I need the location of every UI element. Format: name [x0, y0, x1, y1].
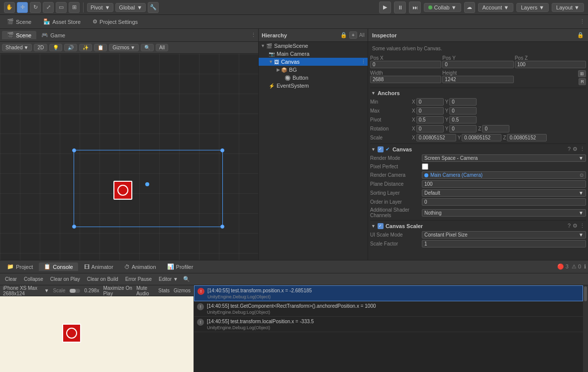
- project-settings-tab[interactable]: ⚙ Project Settings: [89, 17, 142, 26]
- pause-button[interactable]: ⏸: [394, 1, 406, 13]
- panel-more-icon[interactable]: ⋮: [251, 32, 256, 38]
- scale-factor-input[interactable]: [422, 240, 586, 248]
- custom-tool[interactable]: 🔧: [148, 2, 159, 13]
- scene-tab[interactable]: 🎬 Scene: [3, 17, 35, 26]
- plane-distance-input[interactable]: [422, 180, 586, 188]
- ui-scale-mode-dropdown[interactable]: Constant Pixel Size ▼: [422, 231, 586, 239]
- log-item-2[interactable]: ! [14:40:55] test.transform.localPositio…: [194, 317, 583, 332]
- canvas-scaler-check[interactable]: ✓: [378, 223, 384, 229]
- inspector-lock-icon[interactable]: 🔒: [577, 32, 584, 38]
- r-icon[interactable]: R: [579, 78, 586, 85]
- hierarchy-lock-icon[interactable]: 🔒: [340, 32, 347, 38]
- stats-btn[interactable]: Stats: [158, 288, 170, 293]
- clear-btn[interactable]: Clear: [3, 276, 19, 282]
- anchors-section-header[interactable]: ▼ Anchors: [370, 88, 586, 98]
- scaler-more-icon[interactable]: ⋮: [580, 223, 585, 229]
- corner-tr[interactable]: [220, 148, 224, 152]
- anchors-min-x-input[interactable]: [416, 98, 444, 106]
- log-item-1[interactable]: ! [14:40:55] test.GetComponent<RectTrans…: [194, 301, 583, 317]
- corner-bl[interactable]: [72, 225, 76, 229]
- step-button[interactable]: ⏭: [409, 1, 421, 13]
- h-item-canvas[interactable]: ▼ 🖼 Canvas ⋮: [259, 58, 368, 66]
- console-search-icon[interactable]: 🔍: [183, 276, 190, 282]
- height-input[interactable]: [442, 76, 513, 83]
- scale-y-input[interactable]: [462, 134, 501, 141]
- play-button[interactable]: ▶: [379, 1, 391, 13]
- all-label-scene[interactable]: All: [156, 44, 168, 51]
- error-pause-btn[interactable]: Error Pause: [123, 276, 154, 282]
- bg-object[interactable]: [113, 181, 132, 200]
- pivot-y-input[interactable]: [449, 116, 477, 124]
- effects-button[interactable]: ✨: [79, 44, 92, 51]
- scaler-settings-icon[interactable]: ⚙: [573, 223, 578, 229]
- scene-panel-tab[interactable]: 🎬 Scene: [2, 31, 36, 39]
- editor-btn[interactable]: Editor ▼: [157, 276, 180, 282]
- rotate-tool[interactable]: ↻: [30, 2, 41, 13]
- sorting-layer-dropdown[interactable]: Default ▼: [422, 189, 586, 197]
- scale-tool[interactable]: ⤢: [43, 2, 54, 13]
- h-item-button[interactable]: 🔘 Button: [259, 74, 368, 82]
- blueprint-icon[interactable]: ⊞: [578, 70, 586, 77]
- clear-on-build-btn[interactable]: Clear on Build: [85, 276, 120, 282]
- width-input[interactable]: [370, 76, 441, 83]
- anchors-max-y-input[interactable]: [449, 107, 477, 115]
- anchors-max-x-input[interactable]: [416, 107, 444, 115]
- order-in-layer-input[interactable]: [422, 198, 586, 206]
- console-tab[interactable]: 📋 Console: [39, 262, 78, 271]
- cloud-button[interactable]: ☁: [464, 2, 475, 13]
- animation-tab[interactable]: ⏱ Animation: [119, 263, 161, 271]
- pivot-x-input[interactable]: [416, 116, 444, 124]
- scale-slider[interactable]: [70, 289, 81, 293]
- scale-x-input[interactable]: [416, 134, 456, 141]
- game-panel-tab[interactable]: 🎮 Game: [36, 31, 70, 39]
- account-button[interactable]: Account ▼: [478, 3, 514, 12]
- h-item-main-camera[interactable]: 📷 Main Camera: [259, 50, 368, 58]
- global-button[interactable]: Global ▼: [115, 3, 146, 12]
- anchors-min-y-input[interactable]: [449, 98, 477, 106]
- h-options-icon[interactable]: ⋮: [361, 59, 366, 64]
- light-button[interactable]: 💡: [49, 44, 62, 51]
- pos-x-input[interactable]: [370, 61, 441, 68]
- create-button[interactable]: +: [349, 31, 357, 39]
- rot-z-input[interactable]: [482, 125, 509, 132]
- asset-store-tab[interactable]: 🏪 Asset Store: [39, 17, 85, 26]
- project-tab[interactable]: 📁 Project: [2, 262, 38, 271]
- h-item-eventsystem[interactable]: ⚡ EventSystem: [259, 82, 368, 90]
- animator-tab[interactable]: 🎞 Animator: [79, 263, 118, 271]
- layers-button[interactable]: Layers ▼: [516, 3, 549, 12]
- canvas-scaler-section-header[interactable]: ▼ ✓ Canvas Scaler ? ⚙ ⋮: [370, 220, 586, 231]
- 2d-button[interactable]: 2D: [34, 44, 47, 51]
- pos-z-input[interactable]: [515, 61, 586, 68]
- audio-button[interactable]: 🔊: [64, 44, 77, 51]
- collapse-btn[interactable]: Collapse: [22, 276, 45, 282]
- shader-channels-dropdown[interactable]: Nothing ▼: [422, 209, 586, 217]
- canvas-section-header[interactable]: ▼ ✓ ✔ Canvas ? ⚙ ⋮: [370, 143, 586, 154]
- mute-audio-btn[interactable]: Mute Audio: [136, 285, 154, 296]
- layout-button[interactable]: Layout ▼: [552, 3, 584, 12]
- h-item-bg[interactable]: ▶ 📦 BG: [259, 66, 368, 74]
- scene-mode-button[interactable]: 📋: [94, 44, 107, 51]
- camera-target-icon[interactable]: ⊙: [580, 172, 584, 178]
- console-scrollbar[interactable]: [583, 285, 588, 372]
- multi-tool[interactable]: ⊞: [69, 2, 80, 13]
- log-item-0[interactable]: ! [14:40:55] test.transform.position.x =…: [194, 285, 583, 301]
- scaler-help-icon[interactable]: ?: [568, 223, 571, 229]
- collab-button[interactable]: Collab ▼: [424, 3, 461, 12]
- search-btn[interactable]: 🔍: [141, 44, 154, 51]
- canvas-check[interactable]: ✓: [378, 146, 384, 152]
- rot-y-input[interactable]: [449, 125, 477, 132]
- render-mode-dropdown[interactable]: Screen Space - Camera ▼: [422, 154, 586, 162]
- more-options-icon[interactable]: ⋮: [580, 18, 585, 25]
- hierarchy-all-label[interactable]: All: [359, 32, 365, 38]
- rect-tool[interactable]: ▭: [56, 2, 67, 13]
- pivot-button[interactable]: Pivot ▼: [87, 3, 113, 12]
- render-camera-ref[interactable]: Main Camera (Camera) ⊙: [422, 171, 586, 179]
- hand-tool[interactable]: ✋: [4, 2, 15, 13]
- scale-z-input[interactable]: [507, 134, 547, 141]
- rot-x-input[interactable]: [416, 125, 444, 132]
- device-selector[interactable]: iPhone XS Max 2688x124 ▼: [3, 285, 49, 296]
- corner-tl[interactable]: [72, 148, 76, 152]
- gizmos-dropdown[interactable]: Gizmos ▼: [109, 44, 139, 51]
- settings-small-icon[interactable]: ⚙: [573, 146, 578, 152]
- pixel-perfect-checkbox[interactable]: [422, 163, 428, 170]
